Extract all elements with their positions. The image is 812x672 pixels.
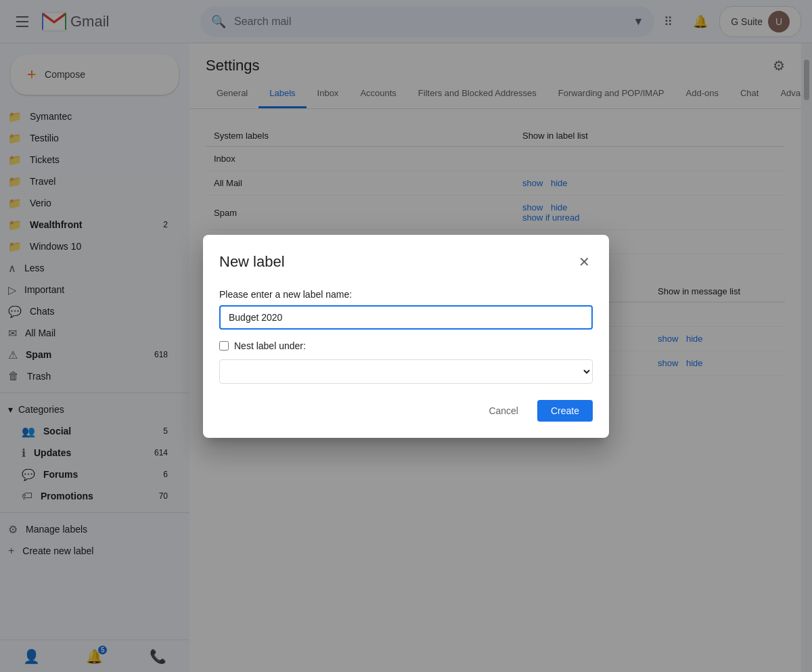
modal-title: New label [219,253,285,271]
modal-header: New label ✕ [219,251,593,273]
nest-label-select[interactable] [219,359,593,384]
modal-overlay[interactable]: New label ✕ Please enter a new label nam… [0,0,812,672]
modal-label-prompt: Please enter a new label name: [219,289,593,300]
new-label-modal: New label ✕ Please enter a new label nam… [203,235,609,438]
nest-label-row: Nest label under: [219,340,593,351]
nest-label-checkbox-label: Nest label under: [234,340,306,351]
cancel-button[interactable]: Cancel [475,400,532,422]
modal-actions: Cancel Create [219,400,593,422]
nest-label-checkbox[interactable] [219,341,229,351]
new-label-input[interactable] [219,305,593,330]
modal-close-button[interactable]: ✕ [576,251,593,273]
create-button[interactable]: Create [537,400,593,422]
